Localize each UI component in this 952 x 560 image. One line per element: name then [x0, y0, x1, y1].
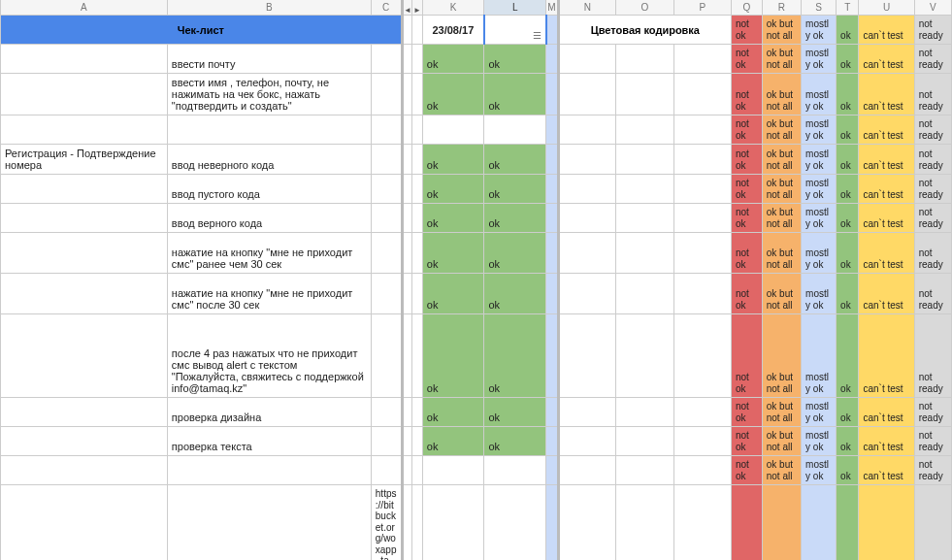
status-L[interactable]	[484, 485, 546, 561]
note-cell[interactable]	[371, 456, 402, 485]
checklist-item[interactable]: При регистрации и вводе номера который е…	[167, 485, 371, 561]
empty-O[interactable]	[616, 274, 673, 314]
status-L[interactable]: ok	[484, 314, 546, 398]
checklist-item[interactable]	[167, 456, 371, 485]
empty-N[interactable]	[558, 204, 615, 233]
col-T[interactable]: T	[837, 0, 859, 16]
col-V[interactable]: V	[914, 0, 951, 16]
status-L[interactable]	[484, 456, 546, 485]
status-L[interactable]: ok	[484, 204, 546, 233]
checklist-item[interactable]: ввести почту	[167, 45, 371, 74]
note-cell[interactable]	[371, 145, 402, 175]
empty-N[interactable]	[558, 115, 615, 145]
note-cell[interactable]	[371, 175, 402, 204]
checklist-item[interactable]: после 4 раз нажатых что не приходит смс …	[167, 314, 371, 398]
status-L[interactable]: ok	[484, 74, 546, 115]
empty-O[interactable]	[616, 456, 673, 485]
empty-O[interactable]	[616, 204, 673, 233]
empty-P[interactable]	[673, 485, 731, 561]
col-M[interactable]: M	[546, 0, 559, 16]
col-K[interactable]: K	[422, 0, 484, 16]
empty-P[interactable]	[673, 45, 731, 74]
note-cell[interactable]	[371, 204, 402, 233]
empty-P[interactable]	[673, 115, 731, 145]
status-L[interactable]: ok	[484, 233, 546, 274]
status-L[interactable]	[484, 115, 546, 145]
empty-N[interactable]	[558, 274, 615, 314]
empty-P[interactable]	[673, 398, 731, 427]
empty-O[interactable]	[616, 45, 673, 74]
empty-P[interactable]	[673, 145, 731, 175]
empty-N[interactable]	[558, 233, 615, 274]
col-N[interactable]: N	[558, 0, 615, 16]
empty-P[interactable]	[673, 427, 731, 456]
checklist-item[interactable]: нажатие на кнопку "мне не приходит смс" …	[167, 274, 371, 314]
checklist-item[interactable]: ввести имя , телефон, почту, не нажимать…	[167, 74, 371, 115]
note-cell[interactable]	[371, 115, 402, 145]
empty-P[interactable]	[673, 233, 731, 274]
note-cell[interactable]	[371, 45, 402, 74]
checklist-item[interactable]: проверка текста	[167, 427, 371, 456]
empty-O[interactable]	[616, 398, 673, 427]
checklist-item[interactable]	[167, 115, 371, 145]
empty-N[interactable]	[558, 314, 615, 398]
status-L[interactable]: ok	[484, 175, 546, 204]
col-U[interactable]: U	[859, 0, 914, 16]
status-K[interactable]	[422, 115, 484, 145]
empty-O[interactable]	[616, 314, 673, 398]
col-P[interactable]: P	[673, 0, 731, 16]
checklist-item[interactable]: ввод неверного кода	[167, 145, 371, 175]
empty-N[interactable]	[558, 145, 615, 175]
empty-N[interactable]	[558, 398, 615, 427]
empty-O[interactable]	[616, 115, 673, 145]
empty-N[interactable]	[558, 45, 615, 74]
note-cell[interactable]	[371, 314, 402, 398]
empty-O[interactable]	[616, 145, 673, 175]
col-C[interactable]: C	[371, 0, 402, 16]
checklist-item[interactable]: ввод пустого кода	[167, 175, 371, 204]
col-S[interactable]: S	[802, 0, 837, 16]
checklist-item[interactable]: проверка дизайна	[167, 398, 371, 427]
date-header[interactable]: 23/08/17	[422, 16, 484, 45]
status-K[interactable]	[422, 456, 484, 485]
status-K[interactable]: ok	[422, 314, 484, 398]
col-A[interactable]: A	[1, 0, 168, 16]
status-L[interactable]: ok	[484, 398, 546, 427]
status-L[interactable]: ok	[484, 45, 546, 74]
empty-P[interactable]	[673, 314, 731, 398]
note-cell[interactable]: https://bitbucket.org/woxapp_tamak/tamaq…	[371, 485, 402, 561]
empty-O[interactable]	[616, 74, 673, 115]
empty-P[interactable]	[673, 74, 731, 115]
status-K[interactable]: ok	[422, 45, 484, 74]
status-K[interactable]: ok	[422, 175, 484, 204]
note-cell[interactable]	[371, 398, 402, 427]
status-K[interactable]: ok	[422, 398, 484, 427]
status-K[interactable]: ok	[422, 274, 484, 314]
empty-O[interactable]	[616, 175, 673, 204]
status-L[interactable]: ok	[484, 427, 546, 456]
empty-P[interactable]	[673, 204, 731, 233]
checklist-item[interactable]: нажатие на кнопку "мне не приходит смс" …	[167, 233, 371, 274]
empty-N[interactable]	[558, 427, 615, 456]
status-K[interactable]: ok	[422, 145, 484, 175]
collapse-left-icon[interactable]: ◄	[402, 0, 412, 16]
empty-O[interactable]	[616, 427, 673, 456]
checklist-item[interactable]: ввод верного кода	[167, 204, 371, 233]
status-K[interactable]: ok	[422, 204, 484, 233]
filter-cell[interactable]: ☰	[484, 16, 546, 45]
status-K[interactable]: ok	[422, 233, 484, 274]
status-L[interactable]: ok	[484, 274, 546, 314]
empty-P[interactable]	[673, 274, 731, 314]
empty-N[interactable]	[558, 74, 615, 115]
status-L[interactable]: ok	[484, 145, 546, 175]
empty-N[interactable]	[558, 485, 615, 561]
empty-N[interactable]	[558, 456, 615, 485]
col-R[interactable]: R	[762, 0, 801, 16]
empty-N[interactable]	[558, 175, 615, 204]
col-L[interactable]: L	[484, 0, 546, 16]
expand-right-icon[interactable]: ►	[412, 0, 423, 16]
note-cell[interactable]	[371, 427, 402, 456]
note-cell[interactable]	[371, 74, 402, 115]
note-cell[interactable]	[371, 233, 402, 274]
empty-P[interactable]	[673, 456, 731, 485]
